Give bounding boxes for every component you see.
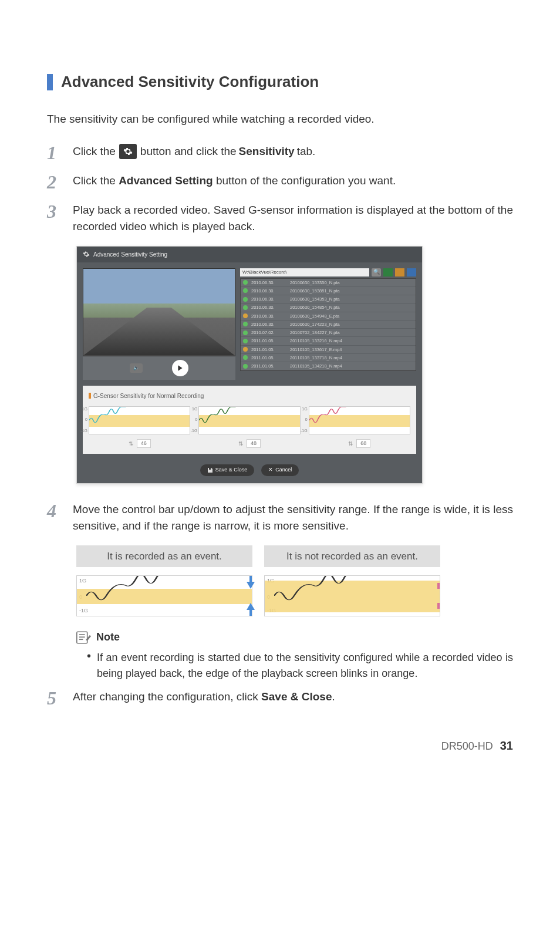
file-status-icon	[243, 288, 248, 293]
file-row[interactable]: 2011.01.05. 20110105_133617_E.mp4	[241, 346, 416, 354]
file-list[interactable]: 2010.06.30. 20100630_153350_N.pta 2010.0…	[240, 278, 416, 371]
section-title: Advanced Sensitivity Configuration	[47, 70, 513, 93]
file-status-icon	[243, 297, 248, 302]
axis-label: 0	[195, 417, 197, 423]
cmp-right-header: It is not recorded as an event.	[264, 545, 440, 568]
sensor-panel: G-Sensor Sensitivity for Normal Recordin…	[83, 386, 416, 454]
file-row[interactable]: 2011.01.05. 20110105_133718_N.mp4	[241, 354, 416, 362]
save-close-button[interactable]: Save & Close	[200, 464, 255, 476]
axis-label: 1G	[192, 406, 197, 413]
file-name: 20110105_134218_N.mp4	[290, 363, 413, 369]
file-row[interactable]: 2011.01.05. 20110105_133216_N.mp4	[241, 337, 416, 345]
step-2: 2 Click the Advanced Setting button of t…	[47, 173, 513, 191]
sensor-value: 46	[137, 439, 151, 449]
search-icon[interactable]: 🔍	[372, 268, 381, 277]
axis-label: 1G	[302, 406, 307, 413]
gear-icon-button[interactable]	[119, 144, 137, 159]
file-status-icon	[243, 347, 248, 352]
slider-icon: ⇅	[129, 439, 133, 448]
play-button[interactable]	[172, 360, 188, 376]
axis-label: 0	[305, 417, 308, 423]
wave-icon	[274, 576, 440, 616]
file-name: 20110105_133617_E.mp4	[290, 346, 413, 353]
filter-parking-icon[interactable]	[407, 268, 416, 277]
file-name: 20100702_184227_N.pta	[290, 329, 413, 336]
sensor-slider[interactable]: ⇅ 68	[348, 439, 370, 449]
sensitivity-comparison-figure: It is recorded as an event. 1G 0 -1G It …	[76, 545, 440, 617]
file-name: 20100630_154353_N.pta	[290, 296, 413, 302]
file-status-icon	[243, 280, 248, 285]
step-text: .	[332, 690, 335, 703]
section-accent-bar	[47, 74, 53, 90]
note-text: If an event recording is started due to …	[97, 650, 513, 682]
note-label: Note	[96, 629, 120, 645]
video-preview	[83, 268, 235, 356]
file-status-icon	[243, 313, 248, 318]
file-status-icon	[243, 364, 248, 369]
step-1: 1 Click the button and click the Sensiti…	[47, 143, 513, 162]
step-4: 4 Move the control bar up/down to adjust…	[47, 501, 513, 535]
filter-normal-icon[interactable]	[383, 268, 393, 277]
file-row[interactable]: 2010.06.30. 20100630_153350_N.pta	[241, 279, 416, 287]
app-title: Advanced Sensitivity Setting	[93, 250, 167, 259]
step-number: 1	[47, 143, 73, 162]
file-date: 2011.01.05.	[251, 363, 286, 369]
app-titlebar: Advanced Sensitivity Setting	[77, 247, 422, 262]
step-text: Move the control bar up/down to adjust t…	[73, 501, 513, 535]
file-row[interactable]: 2010.06.30. 20100630_153851_N.pta	[241, 287, 416, 295]
bullet-icon: •	[87, 650, 91, 682]
file-status-icon	[243, 322, 248, 326]
step-5: 5 After changing the configuration, clic…	[47, 689, 513, 707]
sensor-slider[interactable]: ⇅ 46	[129, 439, 151, 449]
speaker-icon[interactable]: 🔈	[130, 363, 143, 373]
section-heading: Advanced Sensitivity Configuration	[61, 70, 319, 93]
file-date: 2010.06.30.	[251, 321, 286, 328]
file-row[interactable]: 2010.07.02. 20100702_184227_N.pta	[241, 329, 416, 337]
axis-label: -1G	[191, 428, 198, 434]
file-status-icon	[243, 305, 248, 310]
page-footer: DR500-HD 31	[47, 737, 513, 754]
step-number: 2	[47, 173, 73, 191]
file-name: 20100630_174223_N.pta	[290, 321, 413, 328]
file-row[interactable]: 2011.01.05. 20110105_134218_N.mp4	[241, 362, 416, 370]
path-field[interactable]: W:\BlackVue\Record\	[240, 268, 369, 277]
play-icon	[177, 365, 184, 372]
step-text: Play back a recorded video. Saved G-sens…	[73, 202, 513, 235]
file-row[interactable]: 2010.06.30. 20100630_154948_E.pta	[241, 312, 416, 321]
file-date: 2010.06.30.	[251, 296, 286, 302]
file-row[interactable]: 2010.06.30. 20100630_154854_N.pta	[241, 304, 416, 312]
file-row[interactable]: 2010.06.30. 20100630_154353_N.pta	[241, 295, 416, 304]
step-number: 3	[47, 202, 73, 221]
sensor-graph: 1G 0 -1G ⇅ 48	[198, 406, 300, 449]
file-row[interactable]: 2010.06.30. 20100630_174223_N.pta	[241, 321, 416, 329]
file-name: 20110105_133216_N.mp4	[290, 338, 413, 344]
file-name: 20110105_133718_N.mp4	[290, 355, 413, 361]
cmp-left-chart: 1G 0 -1G	[76, 575, 252, 616]
file-date: 2011.01.05.	[251, 338, 286, 344]
step-number: 5	[47, 689, 73, 707]
save-close-label: Save & Close	[215, 466, 248, 474]
file-name: 20100630_153350_N.pta	[290, 279, 413, 286]
close-icon: ✕	[268, 466, 273, 474]
slider-icon: ⇅	[348, 439, 353, 448]
step-text: After changing the configuration, click	[73, 690, 261, 703]
axis-label: 1G	[82, 406, 87, 413]
step-number: 4	[47, 501, 73, 520]
sensor-value: 48	[247, 439, 261, 449]
step-text: Click the	[73, 143, 116, 160]
sensor-header: G-Sensor Sensitivity for Normal Recordin…	[93, 392, 204, 400]
step-bold: Save & Close	[261, 690, 332, 703]
file-name: 20100630_153851_N.pta	[290, 288, 413, 294]
axis-label: -1G	[301, 428, 308, 434]
filter-event-icon[interactable]	[395, 268, 404, 277]
sensor-slider[interactable]: ⇅ 48	[238, 439, 261, 449]
step-text: tab.	[297, 143, 316, 160]
file-date: 2010.06.30.	[251, 304, 286, 311]
file-date: 2011.01.05.	[251, 355, 286, 361]
step-bold: Advanced Setting	[119, 174, 212, 187]
cmp-left-header: It is recorded as an event.	[76, 545, 252, 568]
file-name: 20100630_154948_E.pta	[290, 313, 413, 319]
file-date: 2010.06.30.	[251, 279, 286, 286]
cancel-button[interactable]: ✕ Cancel	[261, 464, 299, 476]
axis-label: -1G	[80, 428, 87, 434]
